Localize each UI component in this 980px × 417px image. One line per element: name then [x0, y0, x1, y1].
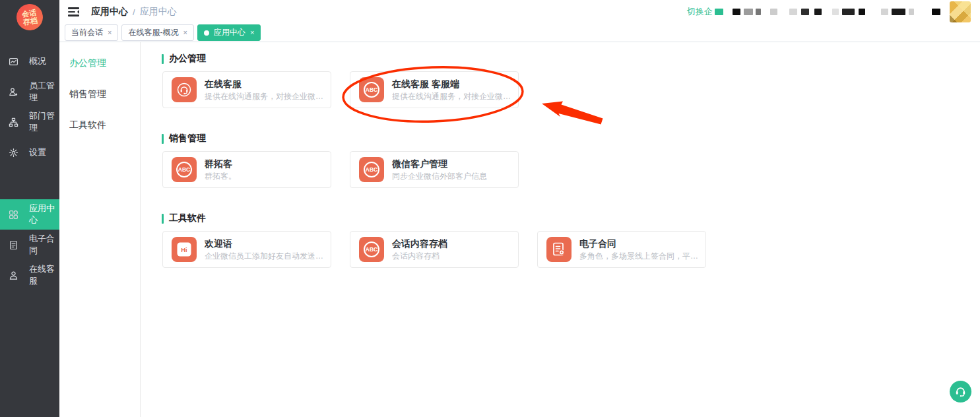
tab-label: 应用中心 — [214, 27, 245, 38]
top-header: 应用中心 / 应用中心 切换企 — [59, 0, 980, 24]
section-title-bar — [162, 134, 164, 144]
app-card-text: 在线客服 客服端提供在线沟通服务，对接企业微信... — [392, 79, 515, 102]
app-card-在线客服[interactable]: 在线客服提供在线沟通服务，对接企业微信... — [162, 71, 331, 108]
tab-当前会话[interactable]: 当前会话× — [65, 24, 118, 41]
app-name: 在线客服 — [205, 79, 327, 90]
abc-app-icon: ABC — [172, 157, 197, 182]
tab-close-icon[interactable]: × — [183, 29, 187, 36]
category-item-办公管理[interactable]: 办公管理 — [59, 48, 140, 79]
hi-app-icon: Hi — [172, 237, 197, 262]
app-logo: 会话 存档 — [15, 2, 44, 32]
app-card-在线客服 客服端[interactable]: ABC在线客服 客服端提供在线沟通服务，对接企业微信... — [350, 71, 519, 108]
headset-icon — [176, 82, 192, 98]
app-description: 提供在线沟通服务，对接企业微信... — [205, 92, 327, 102]
category-item-工具软件[interactable]: 工具软件 — [59, 110, 140, 141]
econtract-app-icon — [546, 237, 572, 262]
settings-icon — [9, 148, 24, 158]
app-description: 会话内容存档 — [392, 251, 515, 261]
masked-text-block — [744, 9, 753, 15]
sidebar-item-label: 概况 — [29, 55, 46, 67]
departments-icon — [9, 117, 24, 127]
user-avatar[interactable] — [950, 1, 971, 22]
section-title-text: 办公管理 — [169, 53, 206, 65]
app-card-会话内容存档[interactable]: ABC会话内容存档会话内容存档 — [350, 231, 519, 268]
category-sidebar: 办公管理销售管理工具软件 — [59, 42, 141, 417]
sidebar-item-部门管理[interactable]: 部门管理 — [0, 107, 59, 137]
abc-app-icon: ABC — [359, 237, 384, 262]
svg-text:ABC: ABC — [366, 86, 377, 93]
abc-icon: ABC — [174, 160, 194, 179]
app-card-欢迎语[interactable]: Hi欢迎语企业微信员工添加好友自动发送欢... — [162, 231, 331, 268]
app-center-page: 会话 存档 概况员工管理部门管理设置应用中心电子合同在线客服 应用中心 / 应用… — [0, 0, 980, 417]
section-title-text: 工具软件 — [169, 212, 206, 224]
masked-text-block — [859, 9, 865, 15]
customer-service-float-button[interactable] — [950, 381, 971, 402]
breadcrumb-level1[interactable]: 应用中心 — [91, 6, 128, 18]
app-card-text: 电子合同多角色，多场景线上签合同，平台... — [579, 238, 702, 261]
app-description: 群拓客。 — [205, 172, 327, 181]
masked-text-block — [881, 9, 888, 15]
app-card-电子合同[interactable]: 电子合同多角色，多场景线上签合同，平台... — [537, 231, 706, 268]
sidebar-item-电子合同[interactable]: 电子合同 — [0, 230, 59, 260]
sidebar-item-设置[interactable]: 设置 — [0, 137, 59, 168]
masked-text-block — [932, 9, 940, 15]
tab-应用中心[interactable]: 应用中心× — [197, 24, 261, 41]
app-name: 在线客服 客服端 — [392, 79, 515, 90]
app-description: 同步企业微信外部客户信息 — [392, 172, 515, 181]
app-description: 企业微信员工添加好友自动发送欢... — [205, 251, 327, 261]
category-item-销售管理[interactable]: 销售管理 — [59, 79, 140, 110]
headset-app-icon — [172, 77, 197, 102]
section-title-bar — [162, 54, 164, 64]
app-sections: 办公管理在线客服提供在线沟通服务，对接企业微信...ABC在线客服 客服端提供在… — [141, 42, 980, 417]
masked-text-block — [789, 9, 797, 15]
section-title-bar — [162, 214, 164, 224]
sidebar-item-在线客服[interactable]: 在线客服 — [0, 260, 59, 290]
app-name: 欢迎语 — [205, 238, 327, 249]
app-name: 会话内容存档 — [392, 238, 515, 249]
app-card-text: 在线客服提供在线沟通服务，对接企业微信... — [205, 79, 327, 102]
svg-text:ABC: ABC — [178, 166, 190, 173]
app-card-text: 微信客户管理同步企业微信外部客户信息 — [392, 158, 515, 181]
section-title: 办公管理 — [162, 53, 980, 64]
tab-label: 当前会话 — [71, 27, 103, 38]
sidebar-item-label: 部门管理 — [29, 110, 59, 134]
section-title-text: 销售管理 — [169, 133, 206, 144]
app-card-row: 在线客服提供在线沟通服务，对接企业微信...ABC在线客服 客服端提供在线沟通服… — [162, 71, 980, 108]
section-title: 销售管理 — [162, 133, 980, 144]
abc-icon: ABC — [362, 160, 381, 179]
masked-text-block — [909, 9, 914, 15]
sidebar-item-应用中心[interactable]: 应用中心 — [0, 199, 59, 230]
abc-app-icon: ABC — [359, 77, 384, 102]
abc-icon: ABC — [362, 80, 381, 100]
section-title: 工具软件 — [162, 213, 980, 224]
masked-text-block — [892, 9, 905, 15]
tab-close-icon[interactable]: × — [108, 29, 112, 36]
headset-icon — [954, 385, 967, 398]
app-name: 群拓客 — [205, 158, 327, 170]
overview-icon — [9, 57, 24, 67]
apps-icon — [9, 210, 24, 220]
breadcrumb-level2: 应用中心 — [140, 6, 177, 18]
app-card-微信客户管理[interactable]: ABC微信客户管理同步企业微信外部客户信息 — [350, 151, 519, 188]
tab-在线客服-概况[interactable]: 在线客服-概况× — [121, 24, 193, 41]
abc-icon: ABC — [362, 240, 381, 259]
menu-fold-icon[interactable] — [68, 7, 79, 16]
app-card-text: 欢迎语企业微信员工添加好友自动发送欢... — [205, 238, 327, 261]
app-card-群拓客[interactable]: ABC群拓客群拓客。 — [162, 151, 331, 188]
sidebar-item-label: 在线客服 — [29, 263, 59, 287]
app-description: 提供在线沟通服务，对接企业微信... — [392, 92, 515, 102]
tab-close-icon[interactable]: × — [250, 29, 254, 36]
sidebar-item-label: 电子合同 — [29, 233, 59, 257]
masked-enterprise-name — [714, 9, 940, 15]
abc-app-icon: ABC — [359, 157, 384, 182]
app-card-text: 群拓客群拓客。 — [205, 158, 327, 181]
masked-text-block — [770, 9, 777, 15]
sidebar-item-员工管理[interactable]: 员工管理 — [0, 77, 59, 107]
switch-enterprise-button[interactable]: 切换企 — [687, 6, 713, 18]
app-card-row: ABC群拓客群拓客。ABC微信客户管理同步企业微信外部客户信息 — [162, 151, 980, 188]
sidebar-item-概况[interactable]: 概况 — [0, 46, 59, 77]
active-tab-dot-icon — [204, 30, 209, 36]
app-name: 电子合同 — [579, 238, 702, 249]
masked-text-block — [842, 9, 855, 15]
svg-text:ABC: ABC — [366, 166, 377, 173]
